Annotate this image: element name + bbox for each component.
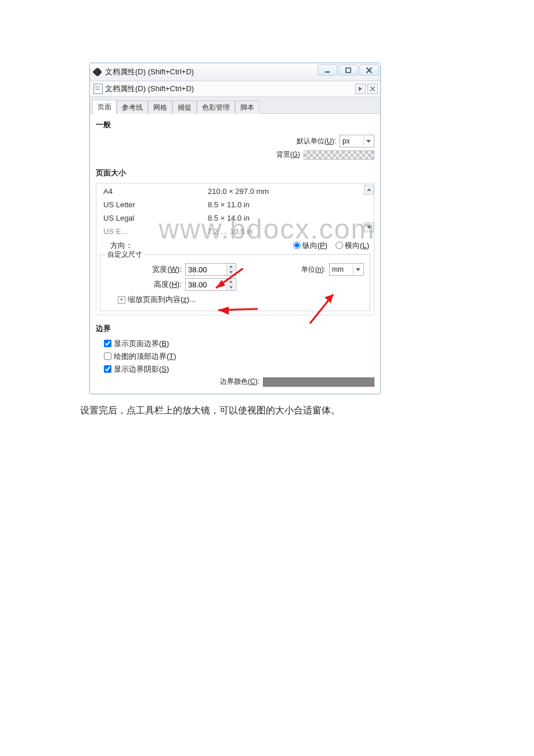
- list-item: US Letter8.5 × 11.0 in: [96, 198, 374, 211]
- section-border: 边界: [96, 323, 374, 334]
- page-size-group: A4210.0 × 297.0 mm US Letter8.5 × 11.0 i…: [96, 183, 374, 315]
- minimize-button[interactable]: [317, 64, 337, 75]
- list-scrollbar[interactable]: [364, 185, 373, 232]
- height-step-up[interactable]: [227, 279, 235, 285]
- fit-page-link[interactable]: 缩放页面到内容(z)...: [128, 294, 196, 305]
- document-icon: [93, 84, 103, 94]
- svg-rect-1: [346, 68, 351, 73]
- panel-title: 文档属性(D) (Shift+Ctrl+D): [105, 84, 194, 94]
- width-step-down[interactable]: [227, 270, 235, 276]
- unit-select[interactable]: mm: [329, 263, 364, 276]
- page-size-list[interactable]: A4210.0 × 297.0 mm US Letter8.5 × 11.0 i…: [96, 183, 374, 237]
- height-label: 高度(H):: [106, 279, 185, 290]
- width-input[interactable]: [185, 263, 236, 276]
- chevron-down-icon: [353, 265, 362, 274]
- svg-rect-0: [325, 71, 330, 73]
- section-general: 一般: [96, 120, 374, 130]
- custom-size-fieldset: 自定义尺寸 宽度(W): 单位(n):: [100, 254, 370, 311]
- tab-strip: 页面 参考线 网格 捕捉 色彩管理 脚本: [90, 97, 380, 114]
- maximize-button[interactable]: [338, 64, 358, 75]
- panel-detach-button[interactable]: [355, 84, 366, 94]
- unit-label: 单位(n):: [301, 265, 326, 275]
- width-label: 宽度(W):: [106, 264, 185, 275]
- panel-close-button[interactable]: [367, 84, 378, 94]
- border-color-label: 边界颜色(C):: [220, 377, 259, 387]
- expand-icon[interactable]: +: [118, 296, 125, 304]
- svg-marker-2: [359, 87, 362, 91]
- inkscape-icon: [93, 69, 103, 75]
- height-input[interactable]: [185, 278, 236, 291]
- tab-snap[interactable]: 捕捉: [172, 100, 197, 114]
- background-color-swatch[interactable]: [304, 150, 374, 160]
- close-button[interactable]: [359, 64, 379, 75]
- height-step-down[interactable]: [227, 285, 235, 291]
- window-title: 文档属性(D) (Shift+Ctrl+D): [105, 67, 194, 77]
- show-border-checkbox[interactable]: 显示页面边界(B): [104, 339, 374, 349]
- background-label: 背景(G): [276, 150, 300, 160]
- list-item: A4210.0 × 297.0 mm: [96, 185, 374, 198]
- chevron-down-icon: [363, 136, 373, 146]
- tab-scripts[interactable]: 脚本: [235, 100, 259, 114]
- top-border-checkbox[interactable]: 绘图的顶部边界(T): [104, 351, 374, 362]
- list-item: US Legal8.5 × 14.0 in: [96, 211, 374, 225]
- show-shadow-checkbox[interactable]: 显示边界阴影(S): [104, 364, 374, 375]
- width-step-up[interactable]: [227, 264, 235, 270]
- landscape-radio[interactable]: 横向(L): [335, 240, 369, 251]
- scroll-up-button[interactable]: [364, 185, 374, 195]
- default-unit-select[interactable]: px: [340, 135, 374, 147]
- custom-size-legend: 自定义尺寸: [105, 250, 145, 260]
- panel-titlebar: 文档属性(D) (Shift+Ctrl+D): [90, 81, 380, 97]
- section-pagesize: 页面大小: [96, 168, 374, 178]
- caption-text: 设置完后，点工具栏上的放大镜，可以使视图的大小合适窗体。: [80, 405, 534, 417]
- list-item: US E…7.2 … 10.5 in: [96, 225, 374, 237]
- window-titlebar[interactable]: 文档属性(D) (Shift+Ctrl+D): [90, 63, 380, 81]
- panel-content: 一般 默认单位(U): px 背景(G) 页面大小 A4210.0 ×: [90, 114, 380, 394]
- border-color-swatch[interactable]: [263, 377, 374, 387]
- tab-page[interactable]: 页面: [92, 100, 117, 114]
- default-unit-label: 默认单位(U):: [297, 136, 336, 146]
- tab-guides[interactable]: 参考线: [117, 100, 148, 114]
- document-properties-window: 文档属性(D) (Shift+Ctrl+D) 文档属性(D) (Shift+: [89, 63, 381, 394]
- tab-colormgmt[interactable]: 色彩管理: [197, 100, 235, 114]
- tab-grid[interactable]: 网格: [148, 100, 172, 114]
- portrait-radio[interactable]: 纵向(P): [293, 240, 327, 251]
- scroll-down-button[interactable]: [364, 222, 374, 232]
